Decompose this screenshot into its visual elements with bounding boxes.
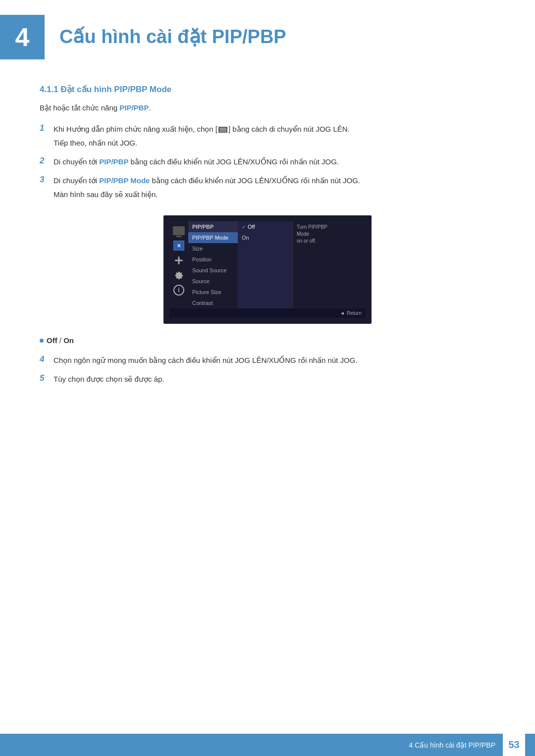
menu-container: ✕ i	[169, 221, 366, 308]
submenu: Off On	[238, 221, 292, 308]
main-content: 4.1.1 Đặt cấu hình PIP/PBP Mode Bật hoặc…	[0, 84, 535, 385]
menu-item-contrast[interactable]: Contrast	[188, 298, 238, 308]
step-4: 4 Chọn ngôn ngữ mong muốn bằng cách điều…	[40, 354, 495, 366]
menu-item-source[interactable]: Source	[188, 276, 238, 287]
step-5-content: Tùy chọn được chọn sẽ được áp.	[54, 373, 495, 385]
main-menu: PIP/PBP PIP/PBP Mode Size Position Sound…	[188, 221, 238, 308]
page-footer: 4 Cấu hình cài đặt PIP/PBP 53	[0, 734, 535, 756]
step-2-content: Di chuyển tới PIP/PBP bằng cách điều khi…	[54, 156, 495, 168]
footer-chapter-text: 4 Cấu hình cài đặt PIP/PBP	[409, 741, 495, 749]
return-arrow: ◄	[340, 310, 345, 316]
menu-item-sound-source[interactable]: Sound Source	[188, 265, 238, 276]
menu-item-size[interactable]: Size	[188, 243, 238, 254]
gear-icon-item	[171, 268, 187, 282]
step-1-sub: Tiếp theo, nhấn nút JOG.	[54, 137, 495, 149]
step-4-content: Chọn ngôn ngữ mong muốn bằng cách điều k…	[54, 354, 495, 366]
step-2-number: 2	[40, 156, 54, 166]
return-label: Return	[347, 310, 362, 316]
icon-sidebar: ✕ i	[169, 221, 188, 308]
step-1-content: Khi Hướng dẫn phím chức năng xuất hiện, …	[54, 123, 495, 135]
menu-item-pip-pbp-mode[interactable]: PIP/PBP Mode	[188, 232, 238, 243]
section-heading: 4.1.1 Đặt cấu hình PIP/PBP Mode	[40, 84, 495, 95]
monitor-screen: ✕ i	[163, 215, 372, 324]
steps-continued: 4 Chọn ngôn ngữ mong muốn bằng cách điều…	[40, 354, 495, 385]
steps-list: 1 Khi Hướng dẫn phím chức năng xuất hiện…	[40, 123, 495, 201]
step-3-number: 3	[40, 175, 54, 185]
menu-item-position[interactable]: Position	[188, 254, 238, 265]
gear-svg	[174, 270, 184, 280]
info-icon: i	[173, 285, 184, 296]
intro-paragraph: Bật hoặc tắt chức năng PIP/PBP.	[40, 103, 495, 112]
bullet-dot	[40, 339, 44, 343]
chapter-number-block: 4	[0, 15, 45, 59]
step-3-content: Di chuyển tới PIP/PBP Mode bằng cách điề…	[54, 175, 495, 187]
step-5-number: 5	[40, 373, 54, 383]
menu-item-picture-size[interactable]: Picture Size	[188, 287, 238, 298]
menu-title: PIP/PBP	[188, 221, 238, 232]
help-panel: Turn PIP/PBP Mode on or off.	[292, 221, 337, 308]
cross-icon	[173, 255, 184, 266]
monitor-icon	[171, 224, 187, 238]
monitor-display-icon	[173, 226, 185, 235]
return-bar: ◄ Return	[169, 308, 366, 318]
step-2: 2 Di chuyển tới PIP/PBP bằng cách điều k…	[40, 156, 495, 168]
submenu-on[interactable]: On	[238, 232, 292, 243]
bullet-options: Off / On	[40, 336, 495, 345]
chapter-title: Cấu hình cài đặt PIP/PBP	[54, 15, 286, 48]
option-text: Off / On	[47, 336, 74, 345]
menu-panel: PIP/PBP PIP/PBP Mode Size Position Sound…	[188, 221, 366, 308]
x-box-icon: ✕	[173, 241, 184, 251]
chapter-header: 4 Cấu hình cài đặt PIP/PBP	[0, 0, 535, 69]
option-separator: /	[59, 336, 63, 345]
intro-text: Bật hoặc tắt chức năng	[40, 103, 119, 112]
monitor-mockup: ✕ i	[40, 215, 495, 324]
cross-icon-item	[171, 253, 187, 267]
x-icon-item: ✕	[171, 239, 187, 252]
intro-text2: .	[149, 103, 151, 112]
option-off: Off	[47, 336, 57, 345]
info-icon-item: i	[171, 283, 187, 297]
step-3-sub: Màn hình sau đây sẽ xuất hiện.	[54, 189, 495, 201]
step-3: 3 Di chuyển tới PIP/PBP Mode bằng cách đ…	[40, 175, 495, 201]
step-5: 5 Tùy chọn được chọn sẽ được áp.	[40, 373, 495, 385]
step-1-number: 1	[40, 123, 54, 133]
step-4-number: 4	[40, 354, 54, 364]
chapter-number: 4	[15, 24, 30, 50]
intro-highlight: PIP/PBP	[119, 103, 149, 112]
option-on: On	[63, 336, 74, 345]
submenu-off[interactable]: Off	[238, 221, 292, 232]
step-1: 1 Khi Hướng dẫn phím chức năng xuất hiện…	[40, 123, 495, 149]
help-text: Turn PIP/PBP Mode on or off.	[297, 224, 333, 245]
footer-page-number: 53	[503, 734, 525, 756]
gear-icon	[173, 270, 184, 281]
